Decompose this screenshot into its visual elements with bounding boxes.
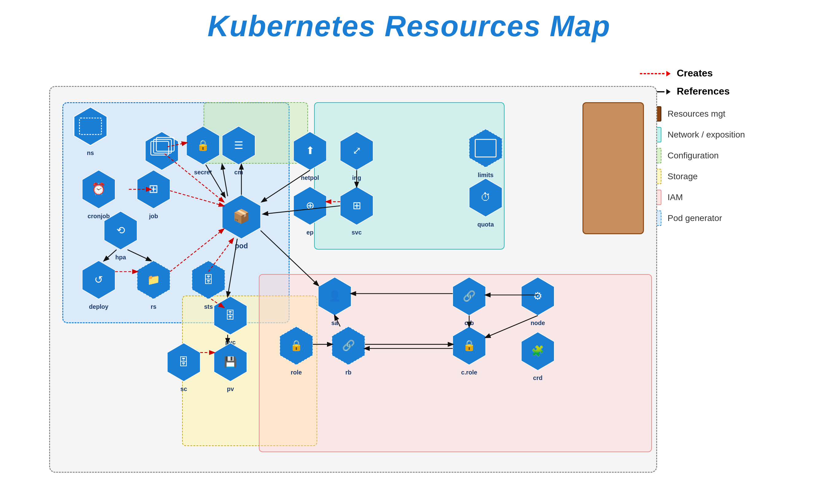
configuration-box [203, 102, 308, 164]
iam-box [259, 274, 652, 452]
creates-label: Creates [677, 68, 713, 79]
legend-network: Network / exposition [640, 127, 800, 142]
references-label: References [677, 86, 730, 97]
resources-mgt-label: Resources mgt [668, 109, 725, 119]
legend-iam: IAM [640, 190, 800, 205]
legend-colors: Resources mgt Network / exposition Confi… [640, 106, 800, 226]
legend: Creates References Resources mgt Network… [640, 68, 800, 231]
legend-references-row: References [640, 86, 800, 97]
iam-label: IAM [668, 192, 683, 202]
legend-creates-row: Creates [640, 68, 800, 79]
pod-generator-label: Pod generator [668, 213, 722, 223]
diagram: ns ds ⏰ cronjob ⊞ job ⟲ hpa [12, 52, 657, 491]
resources-mgt-box [583, 102, 644, 234]
namespace-box [49, 86, 657, 473]
legend-storage: Storage [640, 169, 800, 184]
legend-resources-mgt: Resources mgt [640, 106, 800, 122]
network-box [314, 102, 505, 250]
network-label: Network / exposition [668, 130, 745, 140]
legend-configuration: Configuration [640, 148, 800, 163]
configuration-label: Configuration [668, 151, 719, 161]
storage-label: Storage [668, 172, 698, 181]
page-title: Kubernetes Resources Map [0, 0, 818, 43]
legend-pod-generator: Pod generator [640, 211, 800, 226]
